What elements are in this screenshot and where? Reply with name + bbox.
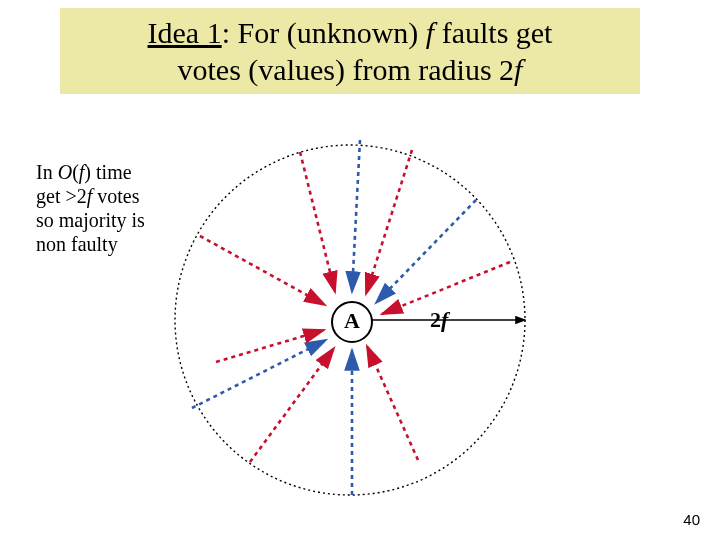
- radius-label: 2f: [430, 307, 448, 333]
- svg-line-10: [200, 236, 325, 305]
- svg-line-7: [250, 348, 334, 462]
- svg-line-2: [366, 150, 412, 294]
- svg-line-9: [216, 330, 324, 362]
- center-node: A: [331, 301, 373, 343]
- svg-line-5: [367, 346, 418, 460]
- svg-line-8: [192, 340, 326, 408]
- svg-line-3: [376, 200, 476, 303]
- svg-line-1: [352, 140, 360, 292]
- svg-line-0: [300, 152, 335, 292]
- radius-diagram: [0, 0, 720, 540]
